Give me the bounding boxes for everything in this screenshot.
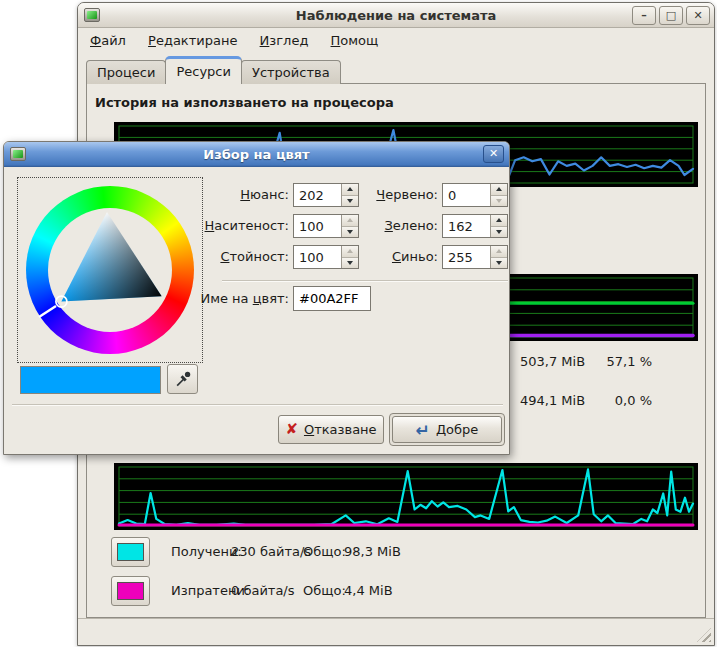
sent-rate: 0 байта/s — [231, 576, 295, 606]
window-controls: – □ ✕ — [632, 6, 710, 25]
received-color-swatch — [117, 543, 144, 561]
blue-input[interactable] — [443, 246, 490, 268]
color-name-label: Име на цвят: — [164, 286, 289, 311]
action-separator — [12, 404, 503, 406]
cancel-x-icon: ✘ — [285, 422, 298, 437]
received-total: 98,3 MiB — [344, 537, 401, 567]
green-spinner — [442, 214, 508, 238]
hsv-triangle[interactable] — [26, 186, 194, 354]
menu-file[interactable]: Файл — [82, 29, 134, 53]
tab-devices[interactable]: Устройства — [241, 60, 341, 84]
green-spin-down-button[interactable] — [491, 226, 507, 238]
color-wheel-widget — [17, 177, 203, 363]
green-label: Зелено: — [332, 214, 438, 238]
ok-button[interactable]: ↵ Добре — [392, 416, 502, 443]
blue-label: Синьо: — [332, 245, 438, 269]
sent-color-button[interactable] — [111, 576, 150, 606]
hue-ring-marker — [39, 306, 56, 317]
menu-view[interactable]: Изглед — [252, 29, 317, 53]
color-preview — [20, 366, 161, 394]
tabstrip: Процеси Ресурси Устройства — [86, 55, 340, 84]
red-input[interactable] — [443, 184, 490, 206]
blue-spin-down-button[interactable] — [491, 257, 507, 269]
saturation-label: Наситеност: — [179, 214, 289, 238]
green-spin-up-button[interactable] — [491, 215, 507, 226]
menubar: Файл Редактиране Изглед Помощ — [80, 29, 712, 53]
ok-button-label: Добре — [436, 422, 478, 437]
menu-help[interactable]: Помощ — [323, 29, 387, 53]
eyedropper-icon — [173, 369, 193, 389]
color-picker-dialog: Избор на цвят ✕ — [3, 141, 510, 455]
cancel-button[interactable]: ✘ Отказване — [278, 415, 384, 444]
minimize-button[interactable]: – — [632, 6, 656, 25]
eyedropper-button[interactable] — [167, 364, 198, 394]
network-history-chart — [114, 463, 698, 530]
red-spinner — [442, 183, 508, 207]
swap-used-percent: 0,0 % — [582, 393, 652, 408]
received-rate: 230 байта/s — [231, 537, 311, 567]
memory-used-percent: 57,1 % — [582, 354, 652, 369]
statusbar — [78, 618, 714, 645]
ok-enter-icon: ↵ — [416, 422, 430, 438]
fields-separator — [222, 280, 508, 282]
cancel-button-label: Отказване — [304, 422, 377, 437]
memory-used-amount: 503,7 MiB — [520, 354, 585, 369]
value-label: Стойност: — [179, 245, 289, 269]
tab-processes[interactable]: Процеси — [86, 60, 166, 84]
main-titlebar[interactable]: Наблюдение на системата – □ ✕ — [78, 3, 714, 28]
hue-label: Нюанс: — [179, 183, 289, 207]
green-input[interactable] — [443, 215, 490, 237]
main-window-title: Наблюдение на системата — [78, 3, 714, 28]
menu-edit[interactable]: Редактиране — [140, 29, 245, 53]
blue-spin-up-button[interactable] — [491, 246, 507, 257]
dialog-title: Избор на цвят — [4, 142, 509, 167]
dialog-titlebar[interactable]: Избор на цвят ✕ — [4, 142, 509, 167]
sent-total: 4,4 MiB — [344, 576, 393, 606]
cpu-section-title: История на използването на процесора — [95, 95, 394, 110]
red-label: Червено: — [332, 183, 438, 207]
resize-grip[interactable] — [697, 628, 711, 642]
swap-used-amount: 494,1 MiB — [520, 393, 585, 408]
blue-spinner — [442, 245, 508, 269]
color-name-input[interactable] — [293, 286, 371, 311]
red-spin-down-button[interactable] — [491, 195, 507, 207]
screen: Наблюдение на системата – □ ✕ Файл Редак… — [0, 0, 717, 647]
received-color-button[interactable] — [111, 537, 150, 567]
ok-default-ring: ↵ Добре — [389, 413, 505, 446]
sent-color-swatch — [117, 582, 144, 600]
dialog-close-button[interactable]: ✕ — [483, 145, 504, 163]
sent-total-label: Общо: — [303, 576, 346, 606]
sv-selector-marker — [56, 296, 67, 307]
maximize-button[interactable]: □ — [659, 6, 683, 25]
close-button[interactable]: ✕ — [686, 6, 710, 25]
red-spin-up-button[interactable] — [491, 184, 507, 195]
tab-resources[interactable]: Ресурси — [165, 56, 242, 84]
received-total-label: Общо: — [303, 537, 346, 567]
